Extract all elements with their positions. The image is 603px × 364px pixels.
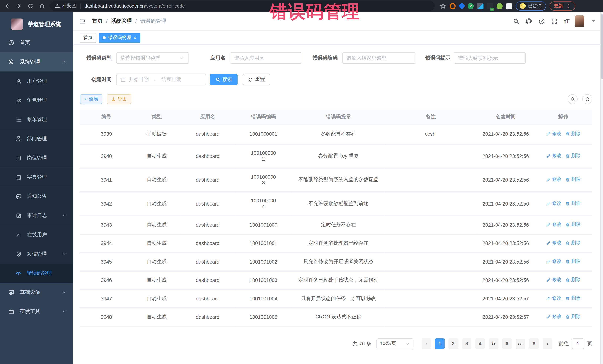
page-button-8[interactable]: 8 (529, 338, 539, 349)
sidebar-item-departments[interactable]: 部门管理 (0, 129, 73, 148)
sidebar-item-dev-tools[interactable]: 研发工具 (0, 302, 73, 321)
sidebar-item-roles[interactable]: 角色管理 (0, 91, 73, 110)
next-page-button[interactable]: › (543, 338, 552, 349)
close-tab-icon[interactable]: × (133, 35, 136, 40)
sidebar-item-sms[interactable]: 短信管理 (0, 244, 73, 264)
search-icon[interactable] (513, 18, 520, 24)
github-icon[interactable] (525, 18, 532, 24)
sidebar-item-infrastructure[interactable]: 基础设施 (0, 283, 73, 302)
delete-link[interactable]: 删除 (565, 200, 581, 207)
pencil-icon (546, 259, 551, 264)
edit-link[interactable]: 修改 (546, 277, 561, 283)
sidebar-item-dictionary[interactable]: 字典管理 (0, 167, 73, 187)
back-icon[interactable] (4, 2, 11, 9)
sidebar-item-menus[interactable]: 菜单管理 (0, 110, 73, 129)
edit-link[interactable]: 修改 (546, 314, 561, 320)
trash-icon (565, 154, 570, 158)
edit-link[interactable]: 修改 (546, 295, 561, 302)
goto-page-input[interactable] (572, 338, 584, 349)
forward-icon[interactable] (15, 2, 22, 9)
sidebar-item-label: 角色管理 (27, 97, 47, 104)
extension-icon[interactable] (487, 3, 493, 9)
extension-icon[interactable] (458, 2, 465, 10)
sidebar-item-notices[interactable]: 通知公告 (0, 187, 73, 206)
edit-link[interactable]: 修改 (546, 176, 561, 183)
fullscreen-icon[interactable] (551, 18, 558, 24)
home-icon[interactable] (38, 2, 45, 9)
app-name-input[interactable] (230, 52, 302, 64)
app-logo-row[interactable]: 芋道管理系统 (0, 16, 73, 32)
extension-icon[interactable] (477, 3, 483, 9)
search-button[interactable]: 搜索 (210, 74, 238, 85)
page-unit-label: 页 (587, 340, 592, 347)
page-size-select[interactable]: 10条/页 (376, 338, 413, 349)
page-button-3[interactable]: 3 (462, 338, 471, 349)
error-hint-input[interactable] (454, 52, 526, 64)
date-range-input[interactable]: 开始日期 - 结束日期 (116, 74, 206, 85)
table-row: 3942自动生成dashboard1001000004不允许获取敏感配置到前端2… (80, 192, 592, 216)
extensions-puzzle-icon[interactable] (506, 3, 512, 9)
sidebar-item-system[interactable]: 系统管理 (0, 52, 73, 72)
breadcrumb-home[interactable]: 首页 (92, 18, 103, 24)
toggle-search-button[interactable] (568, 94, 578, 104)
prev-page-button[interactable]: ‹ (422, 338, 431, 349)
sidebar-item-error-codes[interactable]: </>错误码管理 (0, 264, 73, 283)
reset-button[interactable]: 重置 (243, 74, 270, 85)
caret-down-icon[interactable] (590, 18, 597, 24)
collapse-sidebar-icon[interactable] (79, 18, 86, 24)
address-bar[interactable]: 不安全 dashboard.yudao.iocoder.cn/system/er… (50, 1, 435, 11)
extension-icon[interactable] (497, 3, 503, 9)
delete-link[interactable]: 删除 (565, 240, 581, 246)
badge-icon (15, 155, 22, 161)
sidebar-item-audit-log[interactable]: 审计日志 (0, 206, 73, 225)
delete-link[interactable]: 删除 (565, 277, 581, 283)
edit-link[interactable]: 修改 (546, 131, 561, 137)
add-button[interactable]: +新增 (80, 94, 102, 104)
delete-link[interactable]: 删除 (565, 295, 581, 302)
annotation-title: 错误码管理 (270, 0, 360, 24)
reload-icon[interactable] (27, 2, 34, 9)
scrollbar[interactable] (600, 12, 603, 364)
sidebar-item-users[interactable]: 用户管理 (0, 72, 73, 91)
delete-link[interactable]: 删除 (565, 153, 581, 159)
edit-link[interactable]: 修改 (546, 200, 561, 207)
extension-icon[interactable]: V (468, 3, 474, 9)
delete-link[interactable]: 删除 (565, 221, 581, 228)
more-pages-button[interactable]: ••• (516, 339, 525, 349)
sidebar-item-posts[interactable]: 岗位管理 (0, 148, 73, 167)
refresh-table-button[interactable] (582, 94, 592, 104)
delete-link[interactable]: 删除 (565, 176, 581, 183)
sidebar-item-online-users[interactable]: 在线用户 (0, 225, 73, 244)
edit-link[interactable]: 修改 (546, 221, 561, 228)
font-size-icon[interactable]: тT (564, 18, 569, 24)
delete-link[interactable]: 删除 (565, 258, 581, 265)
sidebar-item-home[interactable]: 首页 (0, 33, 73, 52)
bookmark-star-icon[interactable] (440, 3, 446, 9)
extension-icon[interactable] (450, 3, 456, 9)
security-warning[interactable]: 不安全 (55, 3, 76, 9)
page-button-1[interactable]: 1 (435, 338, 445, 349)
sidebar-item-label: 基础设施 (20, 289, 40, 296)
delete-link[interactable]: 删除 (565, 314, 581, 320)
error-code-input[interactable] (342, 52, 416, 64)
page-button-2[interactable]: 2 (448, 338, 458, 349)
tab-error-code[interactable]: 错误码管理× (99, 33, 140, 43)
tab-home[interactable]: 首页 (80, 33, 96, 43)
scrollbar-thumb[interactable] (601, 13, 603, 79)
delete-link[interactable]: 删除 (565, 131, 581, 137)
cell-app: dashboard (181, 271, 234, 289)
breadcrumb-system[interactable]: 系统管理 (111, 18, 132, 24)
edit-link[interactable]: 修改 (546, 153, 561, 159)
page-button-5[interactable]: 5 (489, 338, 498, 349)
update-browser-button[interactable]: 更新⋮ (550, 1, 575, 11)
edit-link[interactable]: 修改 (546, 258, 561, 265)
page-button-6[interactable]: 6 (502, 338, 512, 349)
edit-link[interactable]: 修改 (546, 240, 561, 246)
page-button-4[interactable]: 4 (475, 338, 485, 349)
user-avatar[interactable] (575, 15, 584, 27)
export-button[interactable]: 导出 (107, 94, 131, 104)
help-icon[interactable] (538, 18, 545, 24)
browser-menu-icon[interactable]: ⋮ (566, 3, 571, 9)
profile-paused-badge[interactable]: 已暂停 (516, 1, 546, 11)
error-type-select[interactable]: 请选择错误码类型 (116, 52, 188, 64)
